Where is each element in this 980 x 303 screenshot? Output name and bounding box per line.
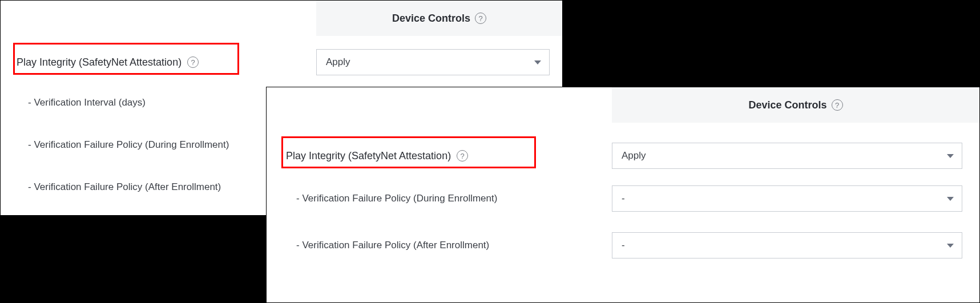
- header-row: Device Controls ?: [1, 1, 562, 36]
- dropdown-value: Apply: [622, 150, 646, 161]
- control-col: Apply: [316, 49, 550, 75]
- help-icon[interactable]: ?: [475, 13, 486, 24]
- section-header-label: Device Controls: [392, 13, 470, 25]
- help-icon[interactable]: ?: [832, 99, 843, 111]
- section-header-label: Device Controls: [748, 99, 826, 111]
- section-header-device-controls: Device Controls ?: [612, 87, 979, 123]
- chevron-down-icon: [534, 60, 541, 64]
- sub-setting-label: - Verification Failure Policy (During En…: [286, 193, 612, 204]
- header-row: Device Controls ?: [267, 87, 979, 123]
- dropdown-verification-failure-during[interactable]: -: [612, 185, 962, 212]
- dropdown-play-integrity[interactable]: Apply: [316, 49, 550, 75]
- row-verification-failure-after: - Verification Failure Policy (After Enr…: [267, 222, 979, 269]
- chevron-down-icon: [947, 197, 954, 201]
- chevron-down-icon: [947, 244, 954, 248]
- row-verification-failure-during: - Verification Failure Policy (During En…: [267, 175, 979, 222]
- dropdown-play-integrity[interactable]: Apply: [612, 143, 962, 169]
- chevron-down-icon: [947, 154, 954, 158]
- sub-setting-label: - Verification Failure Policy (After Enr…: [286, 240, 612, 251]
- highlight-annotation: [13, 43, 239, 75]
- dropdown-value: -: [622, 240, 625, 251]
- highlight-annotation: [281, 136, 536, 168]
- settings-panel-2: Device Controls ? Play Integrity (Safety…: [266, 87, 980, 303]
- dropdown-value: -: [622, 193, 625, 204]
- dropdown-value: Apply: [326, 56, 350, 68]
- control-col: Apply: [612, 143, 962, 169]
- control-col: -: [612, 232, 962, 258]
- control-col: -: [612, 185, 962, 212]
- dropdown-verification-failure-after[interactable]: -: [612, 232, 962, 258]
- section-header-device-controls: Device Controls ?: [316, 1, 562, 36]
